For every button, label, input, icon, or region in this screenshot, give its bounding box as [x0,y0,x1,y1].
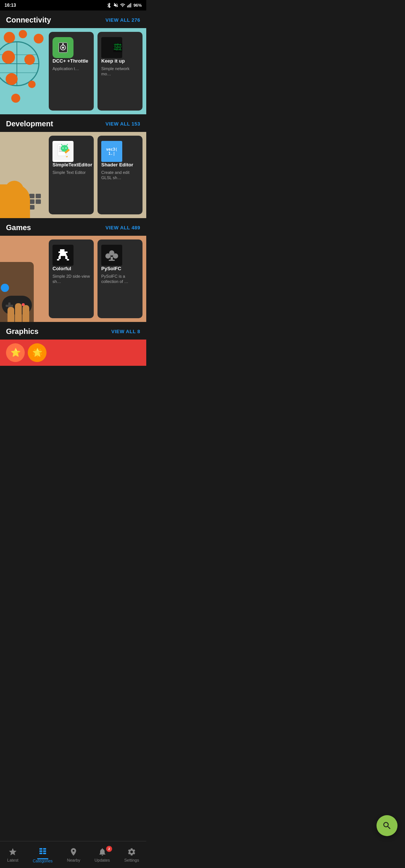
svg-rect-0 [127,6,128,7]
svg-rect-8 [62,43,64,45]
app-name-shader: Shader Editor [101,162,133,168]
app-name-keepup: Keep it up [101,58,125,64]
keepup-icon: // render matrix dots [101,37,122,58]
development-view-all[interactable]: VIEW ALL 153 [105,121,140,127]
app-name-colorful: Colorful [52,266,71,272]
svg-rect-59 [59,254,67,256]
svg-rect-69 [109,260,115,261]
wifi-icon [120,3,125,8]
battery: 96% [134,3,142,7]
svg-rect-37 [119,49,120,50]
ste-icon [52,141,74,162]
svg-rect-28 [120,47,120,48]
svg-rect-24 [117,46,117,48]
app-card-dcc[interactable]: DCC+ +Throttle Application t… [49,32,94,111]
svg-rect-61 [65,256,68,259]
status-icons: 96% [106,3,142,8]
svg-rect-2 [129,4,130,7]
svg-rect-54 [60,249,62,251]
app-desc-shader: Create and edit GLSL sh… [101,170,139,181]
svg-rect-14 [117,43,117,46]
svg-point-47 [63,148,64,149]
svg-rect-39 [121,49,121,51]
svg-rect-10 [114,44,114,45]
svg-rect-15 [118,44,118,46]
svg-rect-27 [119,46,120,48]
svg-rect-55 [62,249,64,251]
pysolfc-icon [101,245,122,266]
graphics-view-all[interactable]: VIEW ALL 8 [111,329,140,334]
app-desc-dcc: Application t… [52,66,79,71]
app-card-ste[interactable]: SimpleTextEditor Simple Text Editor [49,136,94,214]
svg-rect-12 [116,43,116,45]
svg-rect-21 [115,46,115,48]
svg-rect-20 [114,46,114,47]
svg-rect-31 [115,49,115,50]
colorful-icon [52,245,74,266]
app-card-shader[interactable]: vec3( 1.| Shader Editor Create and edit … [98,136,142,214]
svg-point-67 [113,253,118,259]
status-bar: 16:13 96% [0,0,146,10]
svg-rect-32 [116,48,116,50]
development-band: SimpleTextEditor Simple Text Editor vec3… [0,132,146,218]
games-band: Colorful Simple 2D side-view sh… [0,236,146,322]
app-desc-colorful: Simple 2D side-view sh… [52,274,90,284]
svg-rect-18 [120,44,120,46]
app-desc-ste: Simple Text Editor [52,170,86,175]
svg-rect-1 [128,5,129,7]
connectivity-band: DCC+ +Throttle Application t… // render … [0,28,146,114]
app-desc-pysolfc: PySolFC is a collection of … [101,274,139,284]
svg-rect-30 [114,48,114,50]
svg-rect-23 [116,47,117,49]
graphics-header: Graphics VIEW ALL 8 [0,322,146,340]
svg-point-7 [62,46,64,49]
svg-rect-62 [57,259,59,260]
svg-rect-38 [120,48,120,50]
dcc-icon [52,37,74,58]
svg-point-48 [66,148,67,149]
games-view-all[interactable]: VIEW ALL 489 [105,225,140,230]
svg-rect-25 [118,46,118,48]
mute-icon [113,3,118,8]
svg-rect-60 [58,256,61,259]
svg-rect-11 [115,44,115,46]
app-desc-keepup: Simple network mo… [101,66,139,77]
games-title: Games [6,223,31,232]
graphics-band: ⭐ 🌟 [0,340,146,366]
svg-rect-19 [121,44,121,46]
svg-rect-57 [60,251,66,254]
svg-rect-34 [117,49,117,51]
app-name-pysolfc: PySolFC [101,266,121,272]
app-card-keepup[interactable]: // render matrix dots [98,32,142,111]
svg-rect-63 [67,259,69,260]
app-name-ste: SimpleTextEditor [52,162,92,168]
signal-icon [127,3,132,8]
svg-rect-3 [130,3,131,7]
bluetooth-icon [106,3,112,8]
svg-rect-22 [116,46,116,47]
connectivity-header: Connectivity VIEW ALL 276 [0,10,146,28]
graphics-title: Graphics [6,327,39,336]
development-title: Development [6,120,53,128]
development-header: Development VIEW ALL 153 [0,114,146,132]
svg-rect-36 [118,49,119,51]
connectivity-title: Connectivity [6,16,51,24]
app-card-pysolfc[interactable]: PySolFC PySolFC is a collection of … [98,239,142,318]
svg-rect-13 [116,44,117,46]
svg-rect-17 [119,44,120,45]
svg-rect-58 [66,251,68,253]
shader-icon: vec3( 1.| [101,141,122,162]
svg-rect-56 [58,251,60,253]
app-card-colorful[interactable]: Colorful Simple 2D side-view sh… [49,239,94,318]
time: 16:13 [4,3,16,8]
games-header: Games VIEW ALL 489 [0,218,146,236]
svg-rect-33 [116,49,117,50]
svg-rect-26 [118,47,119,48]
svg-rect-16 [118,43,119,45]
games-apps-scroll: Colorful Simple 2D side-view sh… [49,239,146,318]
app-name-dcc: DCC+ +Throttle [52,58,88,64]
svg-rect-29 [121,46,121,48]
svg-rect-35 [118,48,118,50]
connectivity-view-all[interactable]: VIEW ALL 276 [105,17,140,23]
development-apps-scroll: SimpleTextEditor Simple Text Editor vec3… [49,136,146,214]
